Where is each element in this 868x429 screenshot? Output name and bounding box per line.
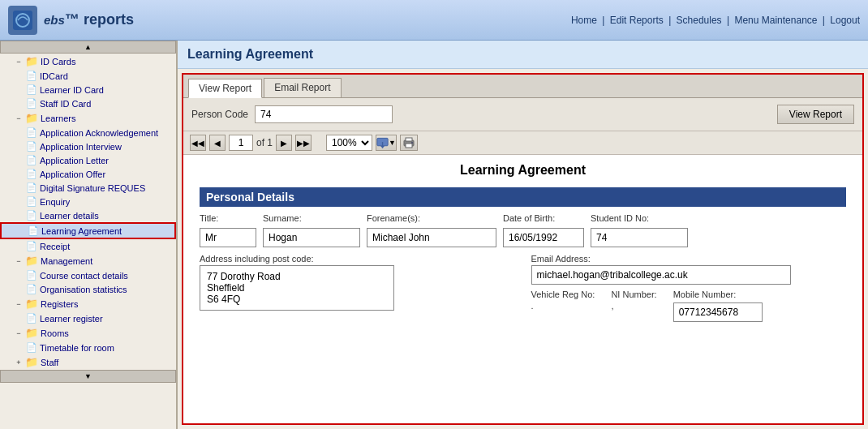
zoom-select[interactable]: 100% 50% 75% 125% 150% 200% [326, 135, 372, 151]
sidebar-item-app-acknowledgement[interactable]: 📄 Application Acknowledgement [0, 126, 176, 139]
vehicle-reg-value: . [531, 301, 595, 311]
nav-links: Home | Edit Reports | Schedules | Menu M… [571, 15, 860, 26]
sidebar-item-idcard[interactable]: 📄 IDCard [0, 69, 176, 83]
tab-email-report[interactable]: Email Report [264, 78, 341, 97]
doc-icon: 📄 [28, 225, 39, 236]
surname-label: Surname: [263, 213, 360, 223]
surname-value: Hogan [263, 228, 360, 247]
doc-icon: 📄 [26, 155, 37, 165]
nav-schedules[interactable]: Schedules [677, 15, 722, 26]
last-page-button[interactable]: ▶▶ [295, 135, 312, 151]
nav-edit-reports[interactable]: Edit Reports [610, 15, 664, 26]
sidebar-item-learning-agreement[interactable]: 📄 Learning Agreement [0, 222, 176, 239]
address-block: Address including post code: 77 Dorothy … [200, 254, 515, 322]
doc-icon: 📄 [26, 71, 37, 81]
forename-value: Michael John [367, 228, 496, 247]
doc-icon: 📄 [26, 141, 37, 152]
nav-home[interactable]: Home [571, 15, 597, 26]
title-label: Title: [200, 213, 256, 223]
sidebar-item-staff-folder[interactable]: + 📁 Staff [0, 354, 176, 370]
params-left: Person Code [191, 105, 393, 123]
top-bar: ebs™ reports Home | Edit Reports | Sched… [0, 0, 868, 41]
email-value: michael.hogan@tribalcollege.ac.uk [531, 265, 791, 285]
svg-rect-6 [406, 144, 412, 148]
sidebar-item-learner-register[interactable]: 📄 Learner register [0, 311, 176, 325]
email-label: Email Address: [531, 254, 847, 264]
sidebar-item-app-letter[interactable]: 📄 Application Letter [0, 153, 176, 167]
content-area: Learning Agreement View Report Email Rep… [177, 41, 868, 429]
doc-icon: 📄 [26, 169, 37, 179]
folder-icon: 📁 [25, 255, 38, 267]
print-button[interactable] [400, 135, 418, 151]
address-value: 77 Dorothy RoadSheffieldS6 4FQ [200, 265, 394, 311]
personal-details-labels: Title: Surname: Forename(s): Date of Bir… [200, 213, 846, 223]
app-title: ebs™ reports [44, 11, 134, 28]
report-title: Learning Agreement [200, 163, 846, 178]
person-code-input[interactable] [255, 105, 393, 123]
student-id-label: Student ID No: [591, 213, 688, 223]
svg-rect-5 [406, 138, 412, 141]
dob-value: 16/05/1992 [503, 228, 584, 247]
mobile-value: 07712345678 [673, 302, 763, 322]
prev-page-button[interactable]: ◀ [209, 135, 226, 151]
address-section: Address including post code: 77 Dorothy … [200, 254, 846, 322]
sidebar-scroll-up[interactable]: ▲ [0, 41, 176, 54]
ni-number-value: , [611, 301, 656, 311]
personal-details-values: Mr Hogan Michael John 16/05/1992 74 [200, 228, 846, 247]
email-block: Email Address: michael.hogan@tribalcolle… [531, 254, 847, 322]
doc-icon: 📄 [26, 270, 37, 281]
sidebar-item-org-statistics[interactable]: 📄 Organisation statistics [0, 282, 176, 296]
dob-label: Date of Birth: [503, 213, 584, 223]
address-label: Address including post code: [200, 254, 515, 264]
doc-icon: 📄 [26, 210, 37, 221]
folder-icon: 📁 [25, 327, 38, 339]
sidebar-item-learners-folder[interactable]: − 📁 Learners [0, 110, 176, 126]
sidebar-item-rooms-folder[interactable]: − 📁 Rooms [0, 325, 176, 341]
sidebar-item-learner-details[interactable]: 📄 Learner details [0, 208, 176, 222]
sidebar-item-digital-signature[interactable]: 📄 Digital Signature REQUES [0, 181, 176, 195]
sidebar-item-timetable-room[interactable]: 📄 Timetable for room [0, 341, 176, 354]
page-number-input[interactable] [229, 135, 253, 151]
sidebar-scroll-down[interactable]: ▼ [0, 370, 176, 383]
sidebar-item-staff-id-card[interactable]: 📄 Staff ID Card [0, 97, 176, 110]
report-content: Learning Agreement Personal Details Titl… [183, 155, 862, 423]
person-code-label: Person Code [191, 109, 248, 120]
nav-logout[interactable]: Logout [830, 15, 860, 26]
view-report-button[interactable]: View Report [777, 105, 854, 124]
doc-icon: 📄 [26, 84, 37, 95]
tab-view-report[interactable]: View Report [188, 79, 262, 98]
sidebar-item-app-interview[interactable]: 📄 Application Interview [0, 139, 176, 153]
sidebar-item-registers-folder[interactable]: − 📁 Registers [0, 296, 176, 311]
export-button[interactable]: ▼ [376, 135, 397, 151]
folder-icon: 📁 [25, 112, 38, 124]
toolbar: ◀◀ ◀ of 1 ▶ ▶▶ 100% 50% 75% 125% 150% 20… [183, 131, 862, 155]
sidebar-item-id-cards-folder[interactable]: − 📁 ID Cards [0, 54, 176, 69]
sidebar-item-learner-id-card[interactable]: 📄 Learner ID Card [0, 83, 176, 97]
folder-icon: 📁 [25, 298, 38, 310]
sidebar: ▲ − 📁 ID Cards 📄 IDCard 📄 Learner ID Car… [0, 41, 177, 429]
nav-menu-maintenance[interactable]: Menu Maintenance [734, 15, 817, 26]
title-value: Mr [200, 228, 256, 247]
bottom-fields: Vehicle Reg No: . NI Number: , Mobile Nu… [531, 290, 847, 322]
doc-icon: 📄 [26, 342, 37, 353]
sidebar-item-app-offer[interactable]: 📄 Application Offer [0, 167, 176, 181]
doc-icon: 📄 [26, 196, 37, 207]
sidebar-item-enquiry[interactable]: 📄 Enquiry [0, 195, 176, 208]
next-page-button[interactable]: ▶ [276, 135, 292, 151]
sidebar-item-management-folder[interactable]: − 📁 Management [0, 253, 176, 268]
page-title: Learning Agreement [178, 41, 868, 69]
doc-icon: 📄 [26, 127, 37, 138]
first-page-button[interactable]: ◀◀ [190, 135, 206, 151]
tabs: View Report Email Report [183, 75, 862, 98]
mobile-label: Mobile Number: [673, 290, 763, 299]
logo-area: ebs™ reports [8, 6, 134, 35]
vehicle-reg-label: Vehicle Reg No: [531, 290, 595, 299]
doc-icon: 📄 [26, 313, 37, 324]
personal-details-header: Personal Details [200, 187, 846, 207]
sidebar-item-course-contact[interactable]: 📄 Course contact details [0, 268, 176, 282]
logo-icon [8, 6, 37, 35]
forename-label: Forename(s): [367, 213, 496, 223]
doc-icon: 📄 [26, 241, 37, 251]
sidebar-item-receipt[interactable]: 📄 Receipt [0, 239, 176, 253]
doc-icon: 📄 [26, 182, 37, 193]
